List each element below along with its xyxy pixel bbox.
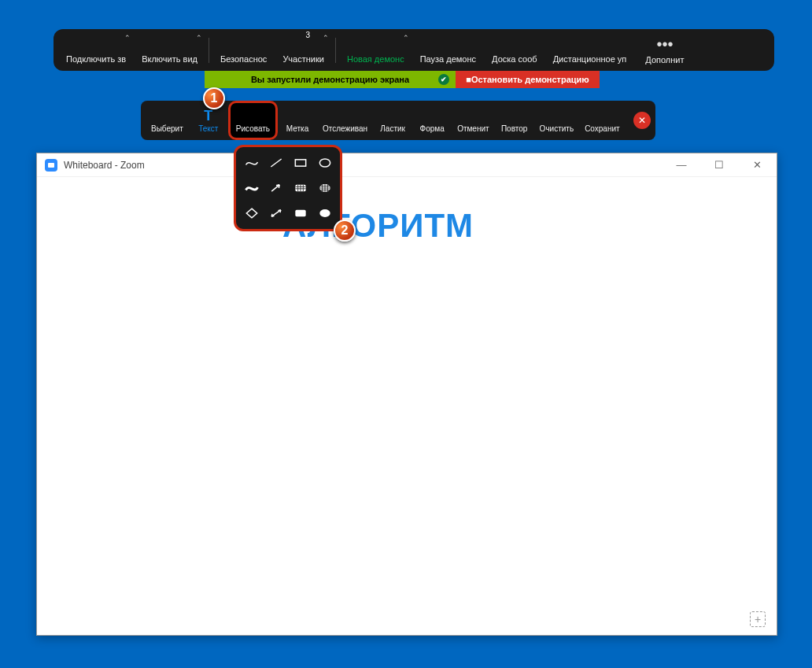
whiteboard-canvas[interactable]: АЛГОРИТМ + [37, 177, 777, 635]
shape-ellipse-outline[interactable] [314, 152, 335, 174]
shape-ellipse-grid[interactable] [314, 177, 335, 199]
shape-line[interactable] [265, 152, 286, 174]
participants-count: 3 [306, 31, 311, 39]
shape-curve-thin[interactable] [241, 152, 262, 174]
separator [209, 38, 209, 63]
sharing-status-strip: Вы запустили демонстрацию экрана ✔ Остан… [205, 71, 600, 88]
stamp-label: Метка [286, 124, 308, 133]
select-label: Выберит [151, 124, 183, 133]
more-button[interactable]: ••• Дополнит [634, 35, 695, 65]
text-label: Текст [198, 124, 218, 133]
maximize-button[interactable]: ☐ [707, 159, 731, 171]
pause-share-button[interactable]: Пауза демонс [412, 29, 484, 71]
new-share-button[interactable]: Новая демонс ⌃ [339, 29, 412, 71]
shape-rect-grid[interactable] [290, 177, 311, 199]
redo-label: Повтор [501, 124, 527, 133]
chevron-up-icon: ⌃ [124, 34, 131, 42]
shape-ellipse-fill[interactable] [314, 202, 335, 224]
spotlight-label: Отслеживан [323, 124, 367, 133]
pause-share-label: Пауза демонс [420, 54, 476, 64]
shape-diamond[interactable] [241, 202, 262, 224]
zoom-logo-icon [45, 159, 57, 172]
audio-label: Подключить зв [66, 54, 126, 64]
redo-button[interactable]: Повтор [495, 101, 534, 140]
window-titlebar[interactable]: Whiteboard - Zoom — ☐ ✕ [37, 153, 777, 177]
stop-share-label: Остановить демонстрацию [471, 75, 589, 84]
select-tool-button[interactable]: Выберит [146, 101, 189, 140]
sharing-text: Вы запустили демонстрацию экрана [251, 75, 409, 84]
shape-rect-outline[interactable] [290, 152, 311, 174]
svg-point-15 [319, 159, 330, 167]
shield-check-icon: ✔ [438, 74, 449, 85]
clear-button[interactable]: Очистить [534, 101, 580, 140]
draw-tool-button[interactable]: Рисовать [228, 101, 278, 140]
save-button[interactable]: Сохранит [579, 101, 625, 140]
shape-rect-fill[interactable] [290, 202, 311, 224]
clear-label: Очистить [540, 124, 574, 133]
whiteboard-window: Whiteboard - Zoom — ☐ ✕ АЛГОРИТМ + [36, 153, 777, 636]
draw-label: Рисовать [236, 124, 270, 133]
separator [335, 38, 336, 63]
eraser-tool-button[interactable]: Ластик [373, 101, 412, 140]
save-label: Сохранит [585, 124, 619, 133]
minimize-button[interactable]: — [670, 159, 693, 171]
svg-line-13 [271, 159, 281, 167]
add-page-button[interactable]: + [750, 611, 766, 627]
whiteboard-label: Доска сооб [492, 54, 537, 64]
sharing-indicator: Вы запустили демонстрацию экрана ✔ [205, 71, 456, 88]
close-button[interactable]: ✕ [745, 159, 769, 171]
text-icon: T [204, 109, 212, 124]
whiteboard-button[interactable]: Доска сооб [484, 29, 545, 71]
svg-rect-32 [295, 210, 305, 216]
remote-control-button[interactable]: Дистанционное уп [545, 29, 635, 71]
svg-rect-14 [295, 160, 305, 166]
window-title: Whiteboard - Zoom [64, 160, 145, 171]
svg-line-16 [271, 185, 279, 191]
new-share-label: Новая демонс [347, 54, 404, 64]
eraser-label: Ластик [380, 124, 405, 133]
stamp-tool-button[interactable]: Метка [278, 101, 317, 140]
participants-label: Участники [282, 54, 324, 64]
format-tool-button[interactable]: Форма [412, 101, 452, 140]
stop-share-button[interactable]: Остановить демонстрацию [456, 71, 600, 88]
dots-icon: ••• [645, 35, 684, 54]
shape-double-arrow[interactable] [265, 202, 286, 224]
format-label: Форма [420, 124, 445, 133]
undo-label: Отменит [457, 124, 489, 133]
window-controls: — ☐ ✕ [670, 159, 769, 171]
meeting-controls-bar: Подключить зв ⌃ Включить вид ⌃ Безопасно… [54, 29, 774, 71]
draw-shapes-popup [234, 145, 342, 231]
security-label: Безопаснос [220, 54, 267, 64]
svg-line-31 [271, 210, 281, 216]
participants-button[interactable]: 3 Участники ⌃ [275, 29, 332, 71]
video-label: Включить вид [142, 54, 197, 64]
undo-button[interactable]: Отменит [452, 101, 494, 140]
shape-curve-thick[interactable] [241, 177, 262, 199]
callout-badge-1: 1 [203, 87, 225, 109]
shape-arrow[interactable] [265, 177, 286, 199]
chevron-up-icon: ⌃ [323, 34, 329, 42]
start-video-button[interactable]: Включить вид ⌃ [134, 29, 205, 71]
svg-point-33 [319, 209, 330, 217]
security-button[interactable]: Безопаснос [212, 29, 275, 71]
more-label: Дополнит [645, 55, 684, 65]
spotlight-tool-button[interactable]: Отслеживан [317, 101, 373, 140]
join-audio-button[interactable]: Подключить зв ⌃ [58, 29, 134, 71]
callout-badge-2: 2 [334, 220, 356, 242]
remote-label: Дистанционное уп [553, 54, 627, 64]
chevron-up-icon: ⌃ [196, 34, 202, 42]
chevron-up-icon: ⌃ [403, 34, 409, 42]
close-toolbar-button[interactable]: ✕ [633, 112, 651, 129]
